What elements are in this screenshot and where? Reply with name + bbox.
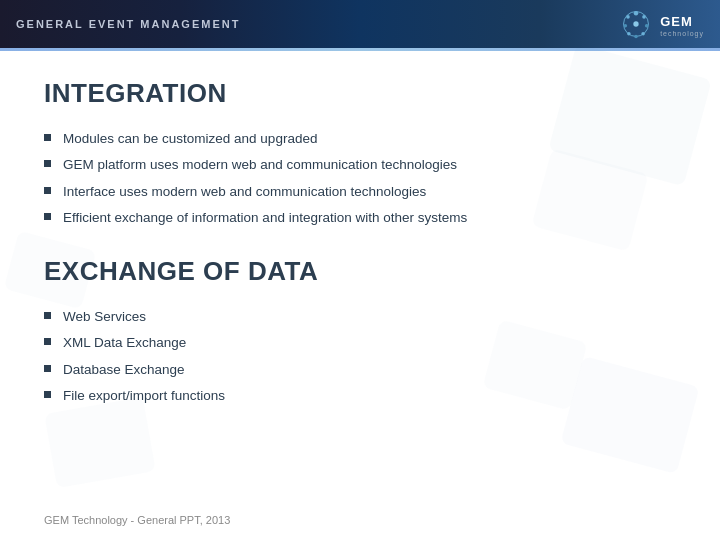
bullet-icon (44, 187, 51, 194)
integration-bullet-4: Efficient exchange of information and in… (63, 208, 467, 228)
list-item: XML Data Exchange (44, 333, 676, 353)
bullet-icon (44, 365, 51, 372)
svg-point-8 (626, 15, 630, 19)
list-item: Database Exchange (44, 360, 676, 380)
bullet-icon (44, 312, 51, 319)
integration-bullet-2: GEM platform uses modern web and communi… (63, 155, 457, 175)
bullet-icon (44, 338, 51, 345)
svg-point-5 (634, 35, 638, 39)
integration-bullet-list: Modules can be customized and upgraded G… (44, 129, 676, 228)
footer: GEM Technology - General PPT, 2013 (44, 514, 230, 526)
exchange-bullet-list: Web Services XML Data Exchange Database … (44, 307, 676, 406)
header-bar: General Event Management GEM technology (0, 0, 720, 48)
main-content: INTEGRATION Modules can be customized an… (0, 48, 720, 540)
svg-point-3 (645, 24, 649, 28)
svg-point-4 (641, 32, 645, 36)
bullet-icon (44, 134, 51, 141)
integration-bullet-1: Modules can be customized and upgraded (63, 129, 317, 149)
svg-point-6 (627, 32, 631, 36)
exchange-bullet-2: XML Data Exchange (63, 333, 186, 353)
integration-bullet-3: Interface uses modern web and communicat… (63, 182, 426, 202)
list-item: GEM platform uses modern web and communi… (44, 155, 676, 175)
bullet-icon (44, 213, 51, 220)
svg-point-2 (642, 15, 646, 19)
footer-text: GEM Technology - General PPT, 2013 (44, 514, 230, 526)
integration-title: INTEGRATION (44, 78, 676, 109)
exchange-bullet-4: File export/import functions (63, 386, 225, 406)
svg-point-1 (634, 11, 638, 15)
slide: General Event Management GEM technology (0, 0, 720, 540)
header-title: General Event Management (16, 18, 240, 30)
svg-point-9 (633, 21, 638, 26)
logo-text: GEM (660, 14, 693, 29)
logo-text-group: GEM technology (660, 12, 704, 37)
exchange-bullet-1: Web Services (63, 307, 146, 327)
list-item: Efficient exchange of information and in… (44, 208, 676, 228)
logo-subtext: technology (660, 30, 704, 37)
list-item: Interface uses modern web and communicat… (44, 182, 676, 202)
exchange-title: EXCHANGE OF DATA (44, 256, 676, 287)
bullet-icon (44, 391, 51, 398)
list-item: Web Services (44, 307, 676, 327)
exchange-bullet-3: Database Exchange (63, 360, 185, 380)
bullet-icon (44, 160, 51, 167)
list-item: File export/import functions (44, 386, 676, 406)
svg-point-7 (624, 24, 628, 28)
gem-logo-icon (620, 8, 652, 40)
logo-area: GEM technology (620, 8, 704, 40)
list-item: Modules can be customized and upgraded (44, 129, 676, 149)
